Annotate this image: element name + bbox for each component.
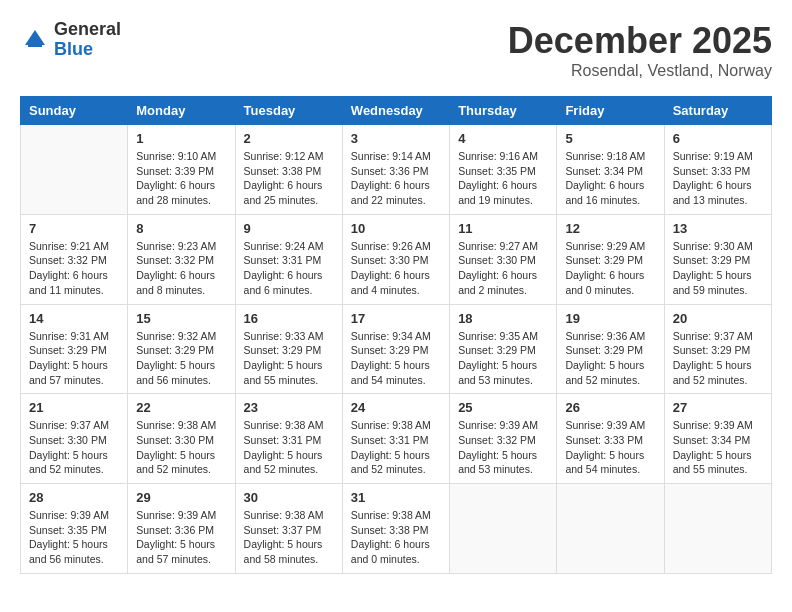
- table-row: 18Sunrise: 9:35 AM Sunset: 3:29 PM Dayli…: [450, 304, 557, 394]
- day-number: 9: [244, 221, 334, 236]
- day-number: 2: [244, 131, 334, 146]
- day-info: Sunrise: 9:12 AM Sunset: 3:38 PM Dayligh…: [244, 149, 334, 208]
- day-number: 16: [244, 311, 334, 326]
- day-info: Sunrise: 9:29 AM Sunset: 3:29 PM Dayligh…: [565, 239, 655, 298]
- day-info: Sunrise: 9:31 AM Sunset: 3:29 PM Dayligh…: [29, 329, 119, 388]
- day-number: 17: [351, 311, 441, 326]
- col-thursday: Thursday: [450, 97, 557, 125]
- title-area: December 2025 Rosendal, Vestland, Norway: [508, 20, 772, 80]
- table-row: [21, 125, 128, 215]
- table-row: 24Sunrise: 9:38 AM Sunset: 3:31 PM Dayli…: [342, 394, 449, 484]
- logo-general-text: General: [54, 20, 121, 40]
- table-row: 10Sunrise: 9:26 AM Sunset: 3:30 PM Dayli…: [342, 214, 449, 304]
- day-info: Sunrise: 9:38 AM Sunset: 3:30 PM Dayligh…: [136, 418, 226, 477]
- table-row: 9Sunrise: 9:24 AM Sunset: 3:31 PM Daylig…: [235, 214, 342, 304]
- table-row: 15Sunrise: 9:32 AM Sunset: 3:29 PM Dayli…: [128, 304, 235, 394]
- calendar-week-row: 7Sunrise: 9:21 AM Sunset: 3:32 PM Daylig…: [21, 214, 772, 304]
- day-number: 31: [351, 490, 441, 505]
- day-number: 6: [673, 131, 763, 146]
- table-row: 12Sunrise: 9:29 AM Sunset: 3:29 PM Dayli…: [557, 214, 664, 304]
- table-row: [557, 484, 664, 574]
- day-number: 25: [458, 400, 548, 415]
- day-info: Sunrise: 9:35 AM Sunset: 3:29 PM Dayligh…: [458, 329, 548, 388]
- svg-rect-1: [28, 43, 42, 47]
- col-saturday: Saturday: [664, 97, 771, 125]
- table-row: [664, 484, 771, 574]
- day-number: 28: [29, 490, 119, 505]
- day-number: 7: [29, 221, 119, 236]
- day-number: 30: [244, 490, 334, 505]
- day-info: Sunrise: 9:39 AM Sunset: 3:32 PM Dayligh…: [458, 418, 548, 477]
- table-row: 11Sunrise: 9:27 AM Sunset: 3:30 PM Dayli…: [450, 214, 557, 304]
- table-row: 19Sunrise: 9:36 AM Sunset: 3:29 PM Dayli…: [557, 304, 664, 394]
- table-row: 1Sunrise: 9:10 AM Sunset: 3:39 PM Daylig…: [128, 125, 235, 215]
- col-wednesday: Wednesday: [342, 97, 449, 125]
- table-row: 22Sunrise: 9:38 AM Sunset: 3:30 PM Dayli…: [128, 394, 235, 484]
- col-tuesday: Tuesday: [235, 97, 342, 125]
- calendar-week-row: 14Sunrise: 9:31 AM Sunset: 3:29 PM Dayli…: [21, 304, 772, 394]
- table-row: 26Sunrise: 9:39 AM Sunset: 3:33 PM Dayli…: [557, 394, 664, 484]
- day-info: Sunrise: 9:33 AM Sunset: 3:29 PM Dayligh…: [244, 329, 334, 388]
- table-row: 5Sunrise: 9:18 AM Sunset: 3:34 PM Daylig…: [557, 125, 664, 215]
- day-number: 20: [673, 311, 763, 326]
- table-row: 4Sunrise: 9:16 AM Sunset: 3:35 PM Daylig…: [450, 125, 557, 215]
- table-row: 28Sunrise: 9:39 AM Sunset: 3:35 PM Dayli…: [21, 484, 128, 574]
- day-info: Sunrise: 9:39 AM Sunset: 3:34 PM Dayligh…: [673, 418, 763, 477]
- day-info: Sunrise: 9:37 AM Sunset: 3:30 PM Dayligh…: [29, 418, 119, 477]
- header-row: Sunday Monday Tuesday Wednesday Thursday…: [21, 97, 772, 125]
- col-sunday: Sunday: [21, 97, 128, 125]
- table-row: 14Sunrise: 9:31 AM Sunset: 3:29 PM Dayli…: [21, 304, 128, 394]
- svg-marker-0: [25, 30, 45, 45]
- day-info: Sunrise: 9:38 AM Sunset: 3:38 PM Dayligh…: [351, 508, 441, 567]
- table-row: 7Sunrise: 9:21 AM Sunset: 3:32 PM Daylig…: [21, 214, 128, 304]
- day-number: 18: [458, 311, 548, 326]
- table-row: 23Sunrise: 9:38 AM Sunset: 3:31 PM Dayli…: [235, 394, 342, 484]
- logo-blue-text: Blue: [54, 40, 121, 60]
- day-info: Sunrise: 9:37 AM Sunset: 3:29 PM Dayligh…: [673, 329, 763, 388]
- day-number: 12: [565, 221, 655, 236]
- day-number: 15: [136, 311, 226, 326]
- table-row: 27Sunrise: 9:39 AM Sunset: 3:34 PM Dayli…: [664, 394, 771, 484]
- day-number: 14: [29, 311, 119, 326]
- day-info: Sunrise: 9:30 AM Sunset: 3:29 PM Dayligh…: [673, 239, 763, 298]
- calendar-body: 1Sunrise: 9:10 AM Sunset: 3:39 PM Daylig…: [21, 125, 772, 574]
- table-row: 16Sunrise: 9:33 AM Sunset: 3:29 PM Dayli…: [235, 304, 342, 394]
- day-number: 13: [673, 221, 763, 236]
- day-info: Sunrise: 9:38 AM Sunset: 3:31 PM Dayligh…: [351, 418, 441, 477]
- day-info: Sunrise: 9:38 AM Sunset: 3:37 PM Dayligh…: [244, 508, 334, 567]
- day-info: Sunrise: 9:34 AM Sunset: 3:29 PM Dayligh…: [351, 329, 441, 388]
- day-info: Sunrise: 9:39 AM Sunset: 3:35 PM Dayligh…: [29, 508, 119, 567]
- day-info: Sunrise: 9:39 AM Sunset: 3:33 PM Dayligh…: [565, 418, 655, 477]
- month-title: December 2025: [508, 20, 772, 62]
- col-friday: Friday: [557, 97, 664, 125]
- day-number: 19: [565, 311, 655, 326]
- day-info: Sunrise: 9:21 AM Sunset: 3:32 PM Dayligh…: [29, 239, 119, 298]
- day-number: 1: [136, 131, 226, 146]
- day-number: 29: [136, 490, 226, 505]
- day-number: 23: [244, 400, 334, 415]
- day-info: Sunrise: 9:23 AM Sunset: 3:32 PM Dayligh…: [136, 239, 226, 298]
- day-info: Sunrise: 9:24 AM Sunset: 3:31 PM Dayligh…: [244, 239, 334, 298]
- day-info: Sunrise: 9:18 AM Sunset: 3:34 PM Dayligh…: [565, 149, 655, 208]
- day-number: 27: [673, 400, 763, 415]
- day-info: Sunrise: 9:10 AM Sunset: 3:39 PM Dayligh…: [136, 149, 226, 208]
- logo-icon: [20, 25, 50, 55]
- day-info: Sunrise: 9:16 AM Sunset: 3:35 PM Dayligh…: [458, 149, 548, 208]
- day-number: 24: [351, 400, 441, 415]
- day-info: Sunrise: 9:32 AM Sunset: 3:29 PM Dayligh…: [136, 329, 226, 388]
- day-info: Sunrise: 9:27 AM Sunset: 3:30 PM Dayligh…: [458, 239, 548, 298]
- day-number: 10: [351, 221, 441, 236]
- calendar-header: Sunday Monday Tuesday Wednesday Thursday…: [21, 97, 772, 125]
- table-row: 6Sunrise: 9:19 AM Sunset: 3:33 PM Daylig…: [664, 125, 771, 215]
- col-monday: Monday: [128, 97, 235, 125]
- table-row: 20Sunrise: 9:37 AM Sunset: 3:29 PM Dayli…: [664, 304, 771, 394]
- day-info: Sunrise: 9:14 AM Sunset: 3:36 PM Dayligh…: [351, 149, 441, 208]
- day-number: 3: [351, 131, 441, 146]
- table-row: [450, 484, 557, 574]
- table-row: 2Sunrise: 9:12 AM Sunset: 3:38 PM Daylig…: [235, 125, 342, 215]
- day-number: 22: [136, 400, 226, 415]
- day-info: Sunrise: 9:26 AM Sunset: 3:30 PM Dayligh…: [351, 239, 441, 298]
- day-number: 4: [458, 131, 548, 146]
- day-info: Sunrise: 9:39 AM Sunset: 3:36 PM Dayligh…: [136, 508, 226, 567]
- day-info: Sunrise: 9:38 AM Sunset: 3:31 PM Dayligh…: [244, 418, 334, 477]
